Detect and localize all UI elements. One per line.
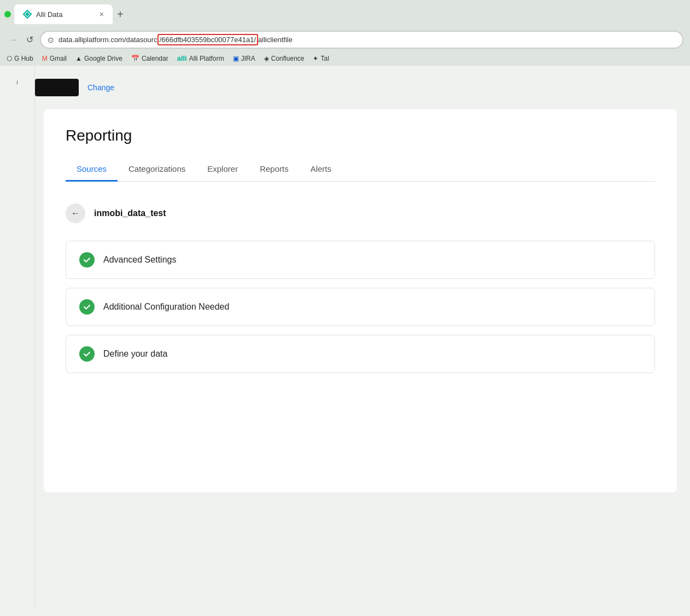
setting-card-additional[interactable]: Additional Configuration Needed xyxy=(66,288,655,326)
check-circle-additional xyxy=(79,299,95,315)
bookmark-confluence[interactable]: ◈ Confluence xyxy=(264,55,305,62)
bookmark-drive[interactable]: ▲ Google Drive xyxy=(75,55,122,62)
window-controls xyxy=(4,11,11,18)
change-link[interactable]: Change xyxy=(87,83,114,92)
alli-tab-icon xyxy=(23,10,32,19)
address-bar-row: → ↺ ⊙ data.alliplatform.com/datasourc/66… xyxy=(0,27,690,52)
bookmark-tal[interactable]: ✦ Tal xyxy=(313,55,329,62)
back-row: ← inmobi_data_test xyxy=(66,199,655,228)
alli-bookmark-icon: alli xyxy=(177,54,187,62)
tabs-row: Sources Categorizations Explorer Reports… xyxy=(66,158,655,182)
sidebar: i xyxy=(0,66,35,611)
setting-label-define: Define your data xyxy=(103,349,167,359)
setting-label-advanced: Advanced Settings xyxy=(103,255,176,265)
back-button[interactable]: ← xyxy=(66,204,85,223)
bookmark-gmail[interactable]: M Gmail xyxy=(42,55,67,62)
logo-placeholder xyxy=(35,79,79,96)
sidebar-nav-item[interactable]: i xyxy=(4,74,30,90)
url-suffix: alliclientfile xyxy=(258,36,293,44)
tab-explorer[interactable]: Explorer xyxy=(196,158,249,182)
main-content: i Change Reporting Sources Categorizatio… xyxy=(0,66,690,611)
tab-alerts[interactable]: Alerts xyxy=(300,158,342,182)
bookmark-jira[interactable]: ▣ JIRA xyxy=(233,55,255,62)
nav-reload-button[interactable]: ↺ xyxy=(24,33,36,46)
tab-sources[interactable]: Sources xyxy=(66,158,118,182)
bookmark-ghub[interactable]: ⬡ G Hub xyxy=(7,55,33,62)
tab-bar: Alli Data × + xyxy=(14,4,128,24)
window-btn-green[interactable] xyxy=(4,11,11,18)
back-label: inmobi_data_test xyxy=(94,208,166,218)
content-area: Change Reporting Sources Categorizations… xyxy=(35,66,690,611)
address-bar[interactable]: ⊙ data.alliplatform.com/datasourc/666dfb… xyxy=(40,31,683,49)
check-circle-define xyxy=(79,346,95,362)
reporting-card: Reporting Sources Categorizations Explor… xyxy=(44,109,677,492)
new-tab-button[interactable]: + xyxy=(113,6,128,23)
tab-title: Alli Data xyxy=(36,10,95,19)
setting-card-advanced[interactable]: Advanced Settings xyxy=(66,241,655,279)
browser-chrome: Alli Data × + xyxy=(0,0,690,27)
browser-tab[interactable]: Alli Data × xyxy=(14,4,113,24)
check-circle-advanced xyxy=(79,252,95,268)
tab-reports[interactable]: Reports xyxy=(249,158,300,182)
bookmark-alli[interactable]: alli Alli Platform xyxy=(177,54,224,62)
page-title: Reporting xyxy=(66,127,655,144)
nav-forward-button[interactable]: → xyxy=(7,34,20,46)
setting-label-additional: Additional Configuration Needed xyxy=(103,302,229,312)
bookmarks-bar: ⬡ G Hub M Gmail ▲ Google Drive 📅 Calenda… xyxy=(0,52,690,66)
address-bar-icon: ⊙ xyxy=(48,36,54,44)
bookmark-calendar[interactable]: 📅 Calendar xyxy=(131,55,168,62)
setting-card-define[interactable]: Define your data xyxy=(66,335,655,373)
url-prefix: data.alliplatform.com/datasourc xyxy=(59,36,157,44)
page-header-row: Change xyxy=(35,79,677,96)
tab-categorizations[interactable]: Categorizations xyxy=(118,158,196,182)
tab-close-button[interactable]: × xyxy=(100,10,104,18)
url-highlight: /666dfb403559bc00077e41a1/ xyxy=(157,34,258,45)
